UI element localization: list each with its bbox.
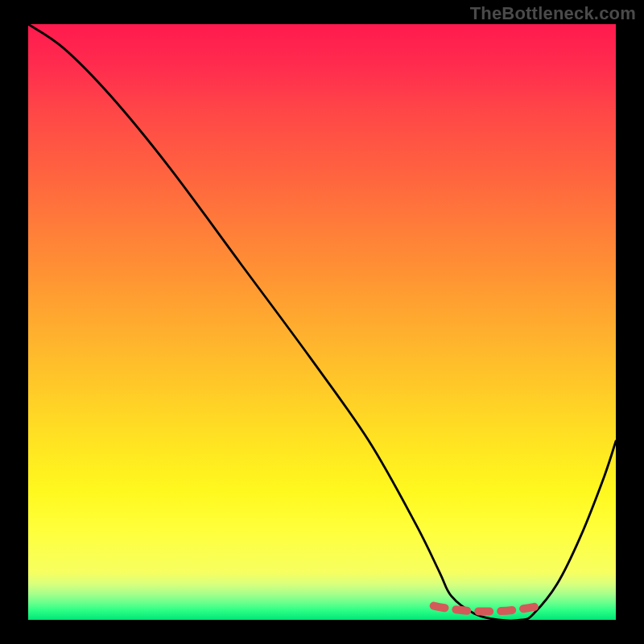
plot-area: [28, 24, 616, 620]
chart-frame: TheBottleneck.com: [0, 0, 644, 644]
watermark-text: TheBottleneck.com: [470, 3, 636, 24]
gradient-green: [28, 572, 616, 620]
background-gradient: [28, 24, 616, 620]
gradient-warm: [28, 24, 616, 572]
